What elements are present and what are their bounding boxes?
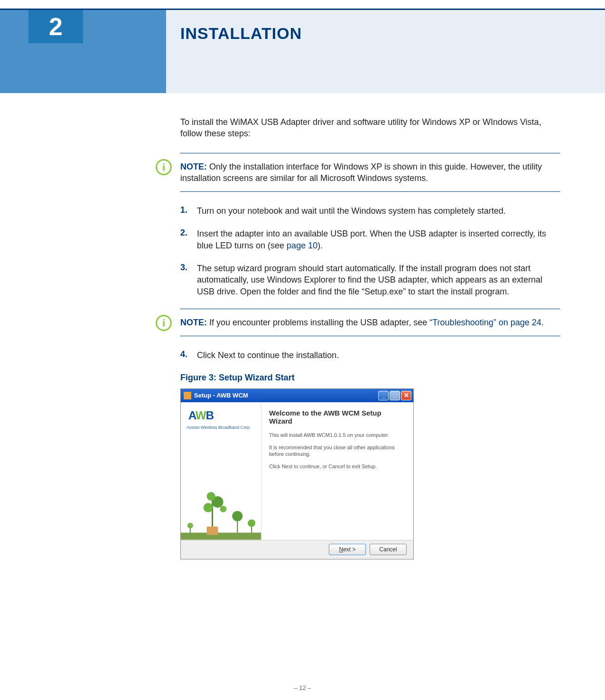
svg-rect-0: [181, 532, 261, 539]
info-icon: i: [156, 315, 172, 331]
intro-paragraph: To install the WiMAX USB Adapter driver …: [180, 116, 560, 140]
page-number: – 12 –: [294, 684, 311, 691]
wizard-line-3: Click Next to continue, or Cancel to exi…: [269, 463, 406, 470]
awb-logo: AWB: [188, 409, 214, 422]
page-link[interactable]: page 10: [287, 241, 317, 250]
step-number: 2.: [180, 228, 197, 251]
step-text: Click Next to continue the installation.: [197, 350, 560, 361]
svg-point-11: [187, 522, 193, 528]
chapter-title: INSTALLATION: [180, 24, 596, 43]
note-1-body: Only the installation interface for Wind…: [180, 162, 542, 183]
wizard-sidebar: AWB Accton Wireless Broadband Corp.: [181, 402, 261, 540]
cancel-button[interactable]: Cancel: [370, 544, 407, 555]
next-underline: N: [339, 546, 343, 553]
step-1: 1. Turn on your notebook and wait until …: [180, 205, 560, 217]
step-number: 3.: [180, 263, 197, 297]
note-2-after: .: [541, 318, 544, 327]
minimize-button[interactable]: _: [378, 391, 389, 400]
svg-point-7: [232, 511, 242, 521]
figure-caption: Figure 3: Setup Wizard Start: [180, 373, 560, 383]
note-block-2: i NOTE: If you encounter problems instal…: [180, 309, 560, 336]
step-text: The setup wizard program should start au…: [197, 263, 560, 297]
step-2-after: ).: [317, 241, 323, 250]
svg-rect-1: [207, 526, 218, 535]
wizard-title: Setup - AWB WCM: [194, 392, 378, 399]
chapter-title-block: INSTALLATION: [166, 10, 605, 93]
info-icon: i: [156, 159, 172, 175]
note-2-text: NOTE: If you encounter problems installi…: [180, 317, 560, 328]
awb-subtext: Accton Wireless Broadband Corp.: [186, 425, 251, 430]
logo-letter-a: A: [188, 409, 195, 422]
step-list-2: 4. Click Next to continue the installati…: [180, 350, 560, 361]
step-3: 3. The setup wizard program should start…: [180, 263, 560, 297]
step-text: Insert the adapter into an available USB…: [197, 228, 560, 251]
chapter-tab: 2: [0, 10, 166, 93]
note-label: NOTE:: [180, 318, 207, 327]
window-buttons: _ □ ✕: [378, 391, 411, 400]
wizard-line-2: It is recommended that you close all oth…: [269, 444, 406, 458]
logo-letter-w: W: [195, 409, 206, 422]
troubleshooting-link[interactable]: “Troubleshooting” on page 24: [429, 318, 541, 327]
step-text: Turn on your notebook and wait until the…: [197, 205, 560, 217]
next-button[interactable]: Next >: [329, 544, 366, 555]
svg-point-9: [248, 519, 255, 527]
plant-illustration: [181, 464, 261, 540]
svg-point-3: [204, 503, 213, 512]
page-content: To install the WiMAX USB Adapter driver …: [180, 116, 560, 559]
wizard-main-panel: Welcome to the AWB WCM Setup Wizard This…: [261, 402, 413, 540]
step-list: 1. Turn on your notebook and wait until …: [180, 205, 560, 297]
note-1-text: NOTE: Only the installation interface fo…: [180, 161, 560, 184]
chapter-number-box: 2: [28, 10, 83, 43]
step-2: 2. Insert the adapter into an available …: [180, 228, 560, 251]
wizard-line-1: This will install AWB WCM1.0.1.5 on your…: [269, 432, 406, 438]
wizard-heading: Welcome to the AWB WCM Setup Wizard: [269, 409, 406, 425]
wizard-body: AWB Accton Wireless Broadband Corp.: [181, 402, 413, 540]
wizard-titlebar[interactable]: Setup - AWB WCM _ □ ✕: [181, 389, 413, 402]
svg-point-5: [207, 492, 215, 501]
logo-letter-b: B: [206, 409, 214, 422]
setup-wizard-window: Setup - AWB WCM _ □ ✕ AWB Accton Wireles…: [180, 388, 414, 559]
wizard-footer: Next > Cancel: [181, 540, 413, 559]
maximize-button: □: [390, 391, 400, 400]
svg-point-6: [220, 506, 227, 512]
close-button[interactable]: ✕: [401, 391, 411, 400]
step-number: 4.: [180, 350, 197, 361]
note-label: NOTE:: [180, 162, 207, 171]
note-2-before: If you encounter problems installing the…: [207, 318, 429, 327]
chapter-header: 2 INSTALLATION: [0, 10, 605, 93]
note-block-1: i NOTE: Only the installation interface …: [180, 153, 560, 192]
chapter-number: 2: [49, 12, 63, 41]
step-4: 4. Click Next to continue the installati…: [180, 350, 560, 361]
step-number: 1.: [180, 205, 197, 217]
setup-icon: [184, 392, 191, 399]
step-2-before: Insert the adapter into an available USB…: [197, 229, 546, 250]
